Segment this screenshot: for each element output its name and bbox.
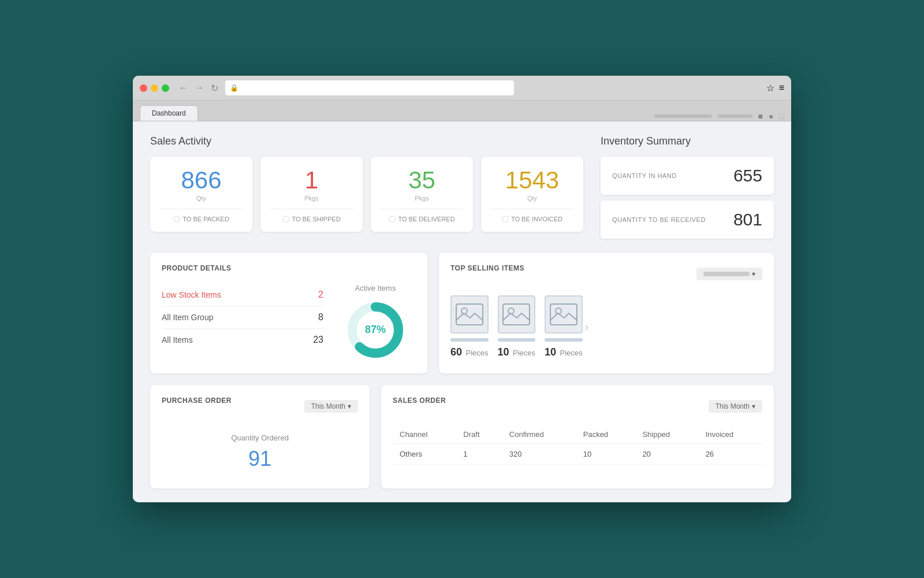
selling-items-row: 60 Pieces [450, 295, 762, 358]
chevron-down-icon: ▾ [752, 270, 755, 278]
low-stock-row[interactable]: Low Stock Items 2 [162, 284, 323, 306]
table-row[interactable]: Others 1 320 10 20 26 [393, 444, 762, 465]
all-items-label: All Items [162, 335, 193, 344]
kpi-shipped-unit: Pkgs [304, 195, 318, 202]
browser-nav: ← → ↻ [176, 81, 221, 95]
sales-order-title: SALES ORDER [393, 397, 446, 405]
browser-actions: ☆ ≡ [766, 83, 784, 94]
reload-button[interactable]: ↻ [208, 81, 221, 95]
po-qty-label: Quantity Ordered [162, 433, 358, 442]
minimize-button[interactable] [151, 84, 158, 92]
inventory-cards: QUANTITY IN HAND 655 QUANTITY TO BE RECE… [601, 157, 774, 239]
kpi-to-be-packed[interactable]: 866 Qty ◯ TO BE PACKED [150, 157, 252, 232]
toolbar-placeholder-2 [718, 114, 752, 118]
menu-icon[interactable]: ≡ [779, 83, 784, 93]
row-confirmed: 320 [502, 444, 576, 465]
row-channel: Others [393, 444, 456, 465]
inventory-summary-title: Inventory Summary [601, 135, 774, 147]
tab-bar: Dashboard ■ ● □ [133, 101, 791, 121]
top-selling-card: TOP SELLING ITEMS ▾ [439, 253, 774, 373]
item-count-2: 10 Pieces [498, 346, 536, 358]
so-filter-label: This Month [716, 402, 750, 410]
lock-icon: 🔒 [230, 84, 239, 92]
qty-in-hand-card[interactable]: QUANTITY IN HAND 655 [601, 157, 774, 195]
top-selling-filter[interactable]: ▾ [696, 268, 762, 280]
item-unit-1: Pieces [465, 349, 488, 357]
image-placeholder-icon-3 [549, 303, 578, 326]
circle-icon: ● [769, 112, 773, 121]
low-stock-value: 2 [318, 290, 323, 300]
circle-check-icon: ◯ [389, 215, 396, 223]
item-group-row[interactable]: All Item Group 8 [162, 306, 323, 329]
kpi-invoiced-label: ◯ TO BE INVOICED [502, 215, 562, 223]
kpi-divider [490, 209, 574, 209]
item-image-1 [450, 295, 489, 334]
middle-row: PRODUCT DETAILS Low Stock Items 2 All It… [150, 253, 774, 373]
purchase-order-header: PURCHASE ORDER This Month ▾ [162, 397, 358, 416]
bottom-row: PURCHASE ORDER This Month ▾ Quantity Ord… [150, 385, 774, 488]
kpi-divider [159, 209, 243, 209]
kpi-to-be-invoiced[interactable]: 1543 Qty ◯ TO BE INVOICED [481, 157, 583, 232]
browser-toolbar: ← → ↻ 🔒 ☆ ≡ [133, 76, 791, 101]
donut-label: Active Items [355, 284, 396, 292]
kpi-invoiced-unit: Qty [527, 195, 537, 202]
col-packed: Packed [576, 425, 636, 444]
maximize-button[interactable] [162, 84, 169, 92]
col-draft: Draft [456, 425, 502, 444]
selling-item-1[interactable]: 60 Pieces [450, 295, 489, 358]
sales-order-header: SALES ORDER This Month ▾ [393, 397, 762, 416]
filter-label [703, 272, 750, 276]
forward-button[interactable]: → [192, 81, 206, 95]
top-selling-header: TOP SELLING ITEMS ▾ [450, 264, 762, 284]
donut-chart-container: Active Items 87% [335, 284, 416, 362]
circle-check-icon: ◯ [173, 215, 180, 223]
kpi-to-be-delivered[interactable]: 35 Pkgs ◯ TO BE DELIVERED [371, 157, 473, 232]
item-unit-3: Pieces [560, 349, 583, 357]
product-details-card: PRODUCT DETAILS Low Stock Items 2 All It… [150, 253, 427, 373]
kpi-divider [380, 209, 464, 209]
item-group-label: All Item Group [162, 313, 213, 322]
all-items-row[interactable]: All Items 23 [162, 329, 323, 351]
col-confirmed: Confirmed [502, 425, 576, 444]
window-controls [140, 84, 169, 92]
donut-chart: 87% [344, 298, 407, 362]
carousel-next-button[interactable]: › [583, 320, 591, 334]
item-image-2 [498, 295, 536, 334]
image-placeholder-icon [455, 303, 484, 326]
circle-check-icon: ◯ [282, 215, 289, 223]
sales-order-filter[interactable]: This Month ▾ [709, 400, 762, 413]
address-bar[interactable]: 🔒 [225, 80, 514, 95]
item-unit-2: Pieces [513, 349, 535, 357]
row-shipped: 20 [635, 444, 698, 465]
low-stock-label: Low Stock Items [162, 290, 221, 299]
purchase-order-filter[interactable]: This Month ▾ [304, 400, 358, 413]
svg-text:87%: 87% [365, 324, 386, 335]
svg-rect-5 [503, 304, 530, 325]
product-details-inner: Low Stock Items 2 All Item Group 8 All I… [162, 284, 416, 362]
star-icon[interactable]: ☆ [766, 83, 774, 94]
po-qty-value: 91 [162, 447, 358, 471]
selling-item-2[interactable]: 10 Pieces [498, 295, 536, 358]
purchase-order-title: PURCHASE ORDER [162, 397, 232, 405]
toolbar-right: ■ ● □ [654, 112, 784, 121]
qty-to-receive-card[interactable]: QUANTITY TO BE RECEIVED 801 [601, 201, 774, 239]
inventory-summary-section: Inventory Summary QUANTITY IN HAND 655 Q… [601, 135, 774, 239]
back-button[interactable]: ← [176, 81, 190, 95]
chevron-down-icon: ▾ [348, 402, 351, 410]
col-invoiced: Invoiced [699, 425, 762, 444]
qty-to-receive-label: QUANTITY TO BE RECEIVED [612, 216, 706, 223]
kpi-invoiced-value: 1543 [505, 168, 559, 192]
kpi-delivered-unit: Pkgs [415, 195, 429, 202]
qty-in-hand-label: QUANTITY IN HAND [612, 172, 677, 179]
active-tab[interactable]: Dashboard [140, 105, 198, 121]
row-draft: 1 [456, 444, 502, 465]
selling-item-3[interactable]: 10 Pieces [545, 295, 583, 358]
all-items-value: 23 [313, 335, 323, 345]
main-content: Sales Activity 866 Qty ◯ TO BE PACKED 1 … [133, 121, 791, 502]
product-list: Low Stock Items 2 All Item Group 8 All I… [162, 284, 323, 362]
close-button[interactable] [140, 84, 147, 92]
kpi-to-be-shipped[interactable]: 1 Pkgs ◯ TO BE SHIPPED [260, 157, 363, 232]
square-icon: ■ [758, 112, 763, 121]
kpi-delivered-label: ◯ TO BE DELIVERED [389, 215, 454, 223]
kpi-shipped-value: 1 [305, 168, 318, 192]
